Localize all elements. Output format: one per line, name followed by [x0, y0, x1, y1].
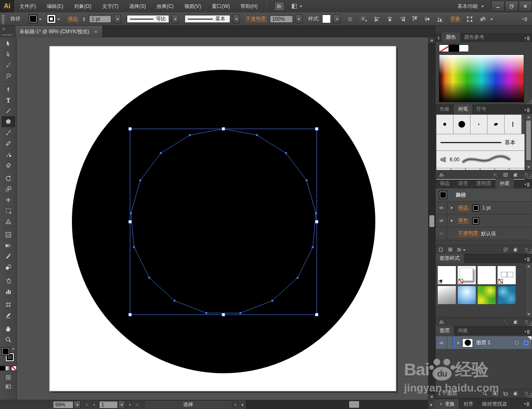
anchor-point[interactable] — [271, 300, 273, 301]
vertical-align-center-icon[interactable] — [423, 15, 432, 24]
menu-文字[interactable]: 文字(T) — [97, 0, 124, 12]
canvas[interactable] — [17, 37, 428, 400]
chevron-down-icon[interactable] — [56, 17, 61, 22]
tool-blob-brush[interactable] — [2, 149, 15, 160]
graphic-style-gray-gradient[interactable] — [437, 286, 456, 305]
tool-mesh[interactable] — [2, 229, 15, 240]
brush-dot-large[interactable] — [453, 115, 470, 134]
stroke-width-stepper[interactable] — [81, 15, 86, 23]
brush-definition-select[interactable]: 基本 — [185, 15, 230, 23]
tool-gradient[interactable] — [2, 240, 15, 251]
minimize-button[interactable] — [491, 1, 505, 12]
anchor-point[interactable] — [312, 246, 313, 248]
artboard-number-input[interactable]: 1 — [99, 401, 118, 409]
close-icon[interactable] — [94, 30, 98, 34]
anchor-point[interactable] — [148, 277, 150, 278]
scroll-down-icon[interactable] — [525, 164, 532, 170]
tool-magic-wand[interactable] — [2, 60, 15, 71]
anchor-point[interactable] — [130, 212, 132, 214]
opacity-panel-link[interactable]: 不透明度: — [246, 16, 267, 22]
add-effect-button[interactable]: fx — [457, 247, 467, 253]
tool-blend[interactable] — [2, 262, 15, 273]
add-stroke-icon[interactable] — [438, 247, 443, 252]
tab-颜色[interactable]: 颜色 — [442, 32, 460, 42]
new-sublayer-icon[interactable] — [502, 390, 509, 397]
bounding-box-handle[interactable] — [129, 313, 132, 316]
bounding-box-handle[interactable] — [222, 128, 225, 131]
basic-brush-item[interactable]: 基本 — [436, 134, 525, 151]
tab-符号[interactable]: 符号 — [472, 104, 490, 114]
anchor-point[interactable] — [139, 180, 141, 181]
graphic-style-shadow[interactable] — [457, 266, 476, 285]
anchor-point[interactable] — [189, 134, 191, 136]
vertical-align-top-icon[interactable] — [410, 15, 419, 24]
collapsed-tab-对齐[interactable]: 对齐 — [459, 399, 478, 409]
fill-attr-link[interactable]: 填色: — [458, 218, 469, 224]
tab-颜色参考[interactable]: 颜色参考 — [460, 32, 488, 42]
remove-brush-stroke-icon[interactable] — [492, 172, 498, 178]
arrange-documents-icon[interactable] — [291, 3, 303, 10]
control-panel-menu-icon[interactable] — [521, 16, 528, 22]
restore-button[interactable] — [505, 1, 518, 12]
tool-eyedropper[interactable] — [2, 251, 15, 262]
tab-渐变[interactable]: 渐变 — [454, 179, 472, 188]
last-artboard-icon[interactable] — [133, 402, 140, 407]
appearance-object-row[interactable]: 路径 — [436, 189, 532, 202]
artboard-dropdown[interactable] — [118, 401, 125, 409]
vertical-align-bottom-icon[interactable] — [435, 15, 444, 24]
panel-menu-icon[interactable] — [524, 256, 530, 262]
tool-shape[interactable] — [2, 116, 15, 127]
brush-libraries-icon[interactable] — [438, 172, 445, 178]
style-dropdown[interactable] — [333, 15, 340, 23]
profile-dropdown[interactable] — [172, 15, 179, 23]
clear-appearance-icon[interactable] — [502, 246, 509, 253]
tool-column-graph[interactable] — [2, 286, 15, 297]
fill-color-swatch[interactable] — [29, 15, 37, 23]
horizontal-scroll-thumb[interactable] — [349, 401, 359, 408]
tool-selection[interactable] — [2, 38, 15, 49]
tool-lasso[interactable] — [2, 71, 15, 81]
tools-dock-header[interactable] — [0, 26, 15, 37]
panel-menu-icon[interactable] — [524, 107, 530, 113]
chevron-down-icon[interactable] — [38, 17, 43, 22]
brush-dot-tiny[interactable] — [470, 115, 488, 134]
first-artboard-icon[interactable] — [84, 402, 91, 407]
tool-hand[interactable] — [2, 323, 15, 334]
brush-options-icon[interactable] — [502, 172, 509, 178]
make-mask-icon[interactable] — [492, 390, 498, 397]
tool-zoom[interactable] — [2, 334, 15, 345]
visibility-eye-icon[interactable] — [436, 214, 447, 227]
tool-perspective-grid[interactable] — [2, 216, 15, 227]
layer-target-icon[interactable] — [514, 340, 520, 346]
bounding-box-handle[interactable] — [315, 313, 318, 316]
bounding-box-handle[interactable] — [129, 128, 132, 131]
chevron-down-icon[interactable] — [489, 17, 494, 22]
appearance-stroke-row[interactable]: 描边: 1 pt — [436, 202, 532, 214]
horizontal-align-center-icon[interactable] — [385, 15, 394, 24]
graphic-style-default[interactable] — [437, 266, 456, 285]
width-profile-select[interactable]: 等比 — [127, 15, 169, 23]
isolate-selected-icon[interactable] — [479, 15, 487, 23]
tool-rotate[interactable] — [2, 173, 15, 184]
brush-dot-oval[interactable] — [488, 115, 505, 134]
scroll-left-icon[interactable] — [239, 400, 246, 409]
menu-对象[interactable]: 对象(O) — [69, 0, 96, 12]
align-to-selection-icon[interactable] — [360, 15, 368, 23]
duplicate-item-icon[interactable] — [513, 246, 519, 253]
panel-menu-icon[interactable] — [524, 329, 530, 335]
new-brush-icon[interactable] — [513, 172, 519, 178]
visibility-eye-icon[interactable] — [436, 202, 447, 214]
bounding-box-handle[interactable] — [222, 313, 225, 316]
menu-视图[interactable]: 视图(V) — [179, 0, 207, 12]
tool-pencil[interactable] — [2, 138, 15, 149]
horizontal-scrollbar[interactable] — [239, 400, 435, 409]
bounding-box-handle[interactable] — [315, 128, 318, 131]
tab-描边[interactable]: 描边 — [436, 179, 454, 188]
next-artboard-icon[interactable] — [127, 402, 133, 407]
horizontal-align-left-icon[interactable] — [373, 15, 382, 24]
appearance-fill-row[interactable]: 填色: — [436, 214, 532, 227]
layer-thumbnail[interactable] — [462, 338, 473, 347]
bounding-box-icon[interactable] — [466, 15, 473, 23]
delete-brush-icon[interactable] — [523, 172, 530, 178]
style-libraries-icon[interactable] — [438, 319, 445, 325]
